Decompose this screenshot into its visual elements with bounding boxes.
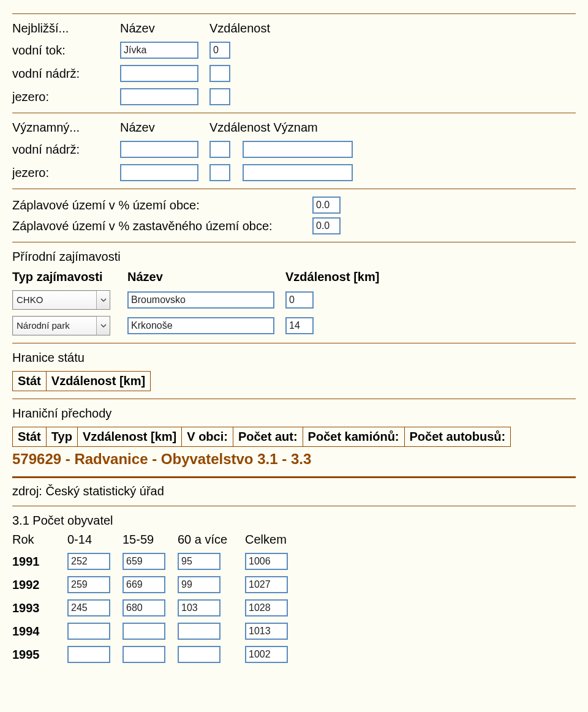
- flood-section: Záplavové území v % území obce: 0.0 Zápl…: [12, 197, 576, 234]
- significant-row0-name[interactable]: [120, 141, 198, 158]
- border-col-state: Stát: [12, 371, 46, 391]
- nature-title: Přírodní zajímavosti: [12, 250, 576, 264]
- pop-col-0: Rok: [12, 533, 61, 547]
- population-heading: 579629 - Radvanice - Obyvatelstvo 3.1 - …: [12, 451, 576, 468]
- border-section: Hranice státu Stát Vzdálenost [km]: [12, 351, 576, 391]
- pop-row0-c0[interactable]: 252: [67, 553, 110, 570]
- significant-row0-sig[interactable]: [243, 141, 353, 158]
- nature-row1-type-select[interactable]: Národní park: [12, 316, 110, 335]
- nature-col-name: Název: [127, 270, 281, 284]
- pop-row4-year: 1995: [12, 648, 61, 662]
- divider: [12, 189, 576, 189]
- pop-row3-year: 1994: [12, 624, 61, 639]
- significant-row1-dist[interactable]: [209, 164, 230, 181]
- significant-section: Významný... Název Vzdálenost Význam vodn…: [12, 121, 576, 181]
- pop-row2-c3[interactable]: 1028: [245, 599, 288, 616]
- nearest-row1-name[interactable]: [120, 65, 198, 82]
- nearest-row1-label: vodní nádrž:: [12, 67, 116, 81]
- divider: [12, 399, 576, 399]
- chevron-down-icon: [96, 317, 110, 335]
- significant-row1-sig[interactable]: [243, 164, 353, 181]
- pop-col-1: 0-14: [67, 533, 116, 547]
- crossings-section: Hraniční přechody Stát Typ Vzdálenost [k…: [12, 407, 576, 447]
- flood-row1-val[interactable]: 0.0: [312, 197, 341, 214]
- nature-row0-type-select[interactable]: CHKO: [12, 290, 110, 310]
- pop-row1-c0[interactable]: 259: [67, 576, 110, 593]
- crossings-col-6: Počet autobusů:: [404, 427, 511, 447]
- pop-row4-c1[interactable]: [123, 646, 165, 663]
- pop-col-2: 15-59: [123, 533, 172, 547]
- pop-row0-year: 1991: [12, 555, 61, 569]
- nature-row0-name[interactable]: Broumovsko: [127, 291, 274, 309]
- nature-row0-dist[interactable]: 0: [285, 291, 314, 309]
- pop-row0-c1[interactable]: 659: [123, 553, 165, 570]
- divider-thick: [12, 476, 576, 478]
- pop-row2-year: 1993: [12, 601, 61, 615]
- significant-col-dist: Vzdálenost: [209, 121, 270, 134]
- pop-row1-c1[interactable]: 669: [123, 576, 165, 593]
- divider: [12, 13, 576, 14]
- border-col-dist: Vzdálenost [km]: [46, 371, 151, 391]
- pop-row4-c3[interactable]: 1002: [245, 646, 288, 663]
- pop-row0-c3[interactable]: 1006: [245, 553, 288, 570]
- pop-row1-year: 1992: [12, 578, 61, 592]
- nature-row0-type: CHKO: [17, 291, 43, 309]
- nearest-col-dist: Vzdálenost: [209, 21, 283, 36]
- population-source: zdroj: Český statistický úřad: [12, 484, 576, 498]
- pop-row3-c3[interactable]: 1013: [245, 623, 288, 640]
- chevron-down-icon: [96, 291, 110, 309]
- nearest-row0-label: vodní tok:: [12, 43, 116, 58]
- significant-col-sig: Význam: [274, 121, 318, 134]
- pop-row4-c2[interactable]: [178, 646, 221, 663]
- significant-title: Významný...: [12, 121, 116, 135]
- pop-col-3: 60 a více: [178, 533, 239, 547]
- nature-section: Přírodní zajímavosti Typ zajímavosti Náz…: [12, 250, 576, 335]
- significant-col-name: Název: [120, 121, 206, 135]
- crossings-col-0: Stát: [12, 427, 46, 447]
- nearest-title: Nejbližší...: [12, 21, 116, 36]
- nearest-section: Nejbližší... Název Vzdálenost vodní tok:…: [12, 21, 576, 105]
- divider: [12, 242, 576, 242]
- nature-col-type: Typ zajímavosti: [12, 270, 123, 284]
- significant-row0-label: vodní nádrž:: [12, 143, 116, 157]
- pop-row0-c2[interactable]: 95: [178, 553, 221, 570]
- flood-row1-label: Záplavové území v % území obce:: [12, 198, 312, 212]
- nearest-row2-label: jezero:: [12, 90, 116, 104]
- significant-row1-name[interactable]: [120, 164, 198, 181]
- pop-row1-c3[interactable]: 1027: [245, 576, 288, 593]
- nature-col-dist: Vzdálenost [km]: [285, 270, 396, 284]
- nearest-row1-dist[interactable]: [209, 65, 230, 82]
- border-title: Hranice státu: [12, 351, 576, 365]
- flood-row2-val[interactable]: 0.0: [312, 217, 341, 234]
- pop-row3-c0[interactable]: [67, 623, 110, 640]
- pop-col-4: Celkem: [245, 533, 294, 547]
- flood-row2-label: Záplavové území v % zastavěného území ob…: [12, 219, 312, 233]
- crossings-col-1: Typ: [46, 427, 77, 447]
- crossings-col-3: V obci:: [181, 427, 233, 447]
- population-section: 3.1 Počet obyvatel Rok 0-14 15-59 60 a v…: [12, 514, 576, 663]
- nearest-row0-dist[interactable]: 0: [209, 42, 230, 59]
- nearest-row2-dist[interactable]: [209, 88, 230, 105]
- crossings-col-5: Počet kamiónů:: [303, 427, 404, 447]
- divider: [12, 113, 576, 113]
- pop-row3-c2[interactable]: [178, 623, 221, 640]
- pop-row1-c2[interactable]: 99: [178, 576, 221, 593]
- pop-row2-c2[interactable]: 103: [178, 599, 221, 616]
- significant-row1-label: jezero:: [12, 166, 116, 180]
- nearest-col-name: Název: [120, 21, 206, 36]
- crossings-title: Hraniční přechody: [12, 407, 576, 421]
- divider: [12, 506, 576, 506]
- nearest-row2-name[interactable]: [120, 88, 198, 105]
- nature-row1-dist[interactable]: 14: [285, 317, 314, 334]
- pop-row4-c0[interactable]: [67, 646, 110, 663]
- crossings-col-2: Vzdálenost [km]: [77, 427, 181, 447]
- nature-row1-type: Národní park: [17, 317, 70, 335]
- significant-row0-dist[interactable]: [209, 141, 230, 158]
- pop-row3-c1[interactable]: [123, 623, 165, 640]
- nearest-row0-name[interactable]: Jívka: [120, 42, 198, 59]
- pop-row2-c1[interactable]: 680: [123, 599, 165, 616]
- pop-row2-c0[interactable]: 245: [67, 599, 110, 616]
- divider: [12, 343, 576, 343]
- nature-row1-name[interactable]: Krkonoše: [127, 317, 274, 334]
- crossings-col-4: Počet aut:: [233, 427, 303, 447]
